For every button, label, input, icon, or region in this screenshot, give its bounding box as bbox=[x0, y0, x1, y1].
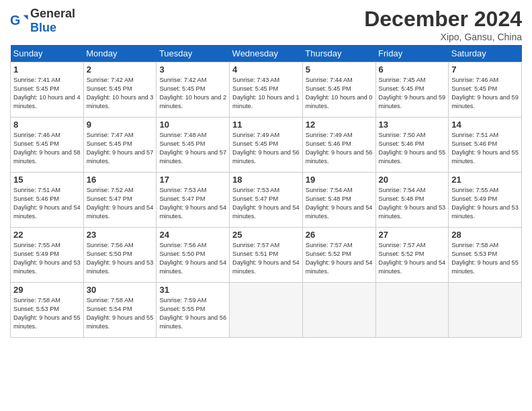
empty-cell bbox=[375, 283, 449, 338]
day-21: 21 Sunrise: 7:55 AMSunset: 5:49 PMDaylig… bbox=[449, 173, 522, 228]
logo-icon: G bbox=[10, 11, 29, 30]
day-26: 26 Sunrise: 7:57 AMSunset: 5:52 PMDaylig… bbox=[302, 228, 375, 283]
table-row: 29 Sunrise: 7:58 AMSunset: 5:53 PMDaylig… bbox=[11, 283, 522, 338]
day-19: 19 Sunrise: 7:54 AMSunset: 5:48 PMDaylig… bbox=[302, 173, 375, 228]
header-thursday: Thursday bbox=[302, 45, 375, 62]
empty-cell bbox=[302, 283, 375, 338]
day-1: 1 Sunrise: 7:41 AMSunset: 5:45 PMDayligh… bbox=[11, 62, 84, 118]
empty-cell bbox=[230, 283, 303, 338]
day-8: 8 Sunrise: 7:46 AMSunset: 5:45 PMDayligh… bbox=[11, 118, 84, 173]
table-row: 22 Sunrise: 7:55 AMSunset: 5:49 PMDaylig… bbox=[11, 228, 522, 283]
header-tuesday: Tuesday bbox=[157, 45, 230, 62]
header-sunday: Sunday bbox=[11, 45, 84, 62]
location-subtitle: Xipo, Gansu, China bbox=[364, 32, 522, 42]
logo-text-blue: Blue bbox=[30, 21, 56, 34]
day-14: 14 Sunrise: 7:51 AMSunset: 5:46 PMDaylig… bbox=[449, 118, 522, 173]
table-row: 15 Sunrise: 7:51 AMSunset: 5:46 PMDaylig… bbox=[11, 173, 522, 228]
logo: G General Blue bbox=[10, 7, 75, 35]
day-3: 3 Sunrise: 7:42 AMSunset: 5:45 PMDayligh… bbox=[157, 62, 230, 118]
day-4: 4 Sunrise: 7:43 AMSunset: 5:45 PMDayligh… bbox=[230, 62, 303, 118]
day-22: 22 Sunrise: 7:55 AMSunset: 5:49 PMDaylig… bbox=[11, 228, 84, 283]
day-27: 27 Sunrise: 7:57 AMSunset: 5:52 PMDaylig… bbox=[375, 228, 449, 283]
empty-cell bbox=[449, 283, 522, 338]
day-29: 29 Sunrise: 7:58 AMSunset: 5:53 PMDaylig… bbox=[11, 283, 84, 338]
day-9: 9 Sunrise: 7:47 AMSunset: 5:45 PMDayligh… bbox=[83, 118, 157, 173]
header-wednesday: Wednesday bbox=[230, 45, 303, 62]
calendar-body: 1 Sunrise: 7:41 AMSunset: 5:45 PMDayligh… bbox=[11, 62, 522, 338]
header-monday: Monday bbox=[83, 45, 157, 62]
day-20: 20 Sunrise: 7:54 AMSunset: 5:48 PMDaylig… bbox=[375, 173, 449, 228]
day-17: 17 Sunrise: 7:53 AMSunset: 5:47 PMDaylig… bbox=[157, 173, 230, 228]
day-2: 2 Sunrise: 7:42 AMSunset: 5:45 PMDayligh… bbox=[83, 62, 157, 118]
day-12: 12 Sunrise: 7:49 AMSunset: 5:46 PMDaylig… bbox=[302, 118, 375, 173]
weekday-header-row: Sunday Monday Tuesday Wednesday Thursday… bbox=[11, 45, 522, 62]
day-11: 11 Sunrise: 7:49 AMSunset: 5:45 PMDaylig… bbox=[230, 118, 303, 173]
day-13: 13 Sunrise: 7:50 AMSunset: 5:46 PMDaylig… bbox=[375, 118, 449, 173]
day-10: 10 Sunrise: 7:48 AMSunset: 5:45 PMDaylig… bbox=[157, 118, 230, 173]
day-6: 6 Sunrise: 7:45 AMSunset: 5:45 PMDayligh… bbox=[375, 62, 449, 118]
svg-text:G: G bbox=[10, 13, 20, 28]
table-row: 1 Sunrise: 7:41 AMSunset: 5:45 PMDayligh… bbox=[11, 62, 522, 118]
day-23: 23 Sunrise: 7:56 AMSunset: 5:50 PMDaylig… bbox=[83, 228, 157, 283]
logo-text-general: General bbox=[30, 7, 75, 20]
day-16: 16 Sunrise: 7:52 AMSunset: 5:47 PMDaylig… bbox=[83, 173, 157, 228]
day-15: 15 Sunrise: 7:51 AMSunset: 5:46 PMDaylig… bbox=[11, 173, 84, 228]
day-24: 24 Sunrise: 7:56 AMSunset: 5:50 PMDaylig… bbox=[157, 228, 230, 283]
month-title: December 2024 bbox=[364, 7, 522, 32]
page-container: G General Blue December 2024 Xipo, Gansu… bbox=[0, 0, 532, 345]
header-saturday: Saturday bbox=[449, 45, 522, 62]
header: G General Blue December 2024 Xipo, Gansu… bbox=[10, 7, 522, 42]
title-section: December 2024 Xipo, Gansu, China bbox=[364, 7, 522, 42]
calendar-table: Sunday Monday Tuesday Wednesday Thursday… bbox=[10, 45, 522, 338]
day-25: 25 Sunrise: 7:57 AMSunset: 5:51 PMDaylig… bbox=[230, 228, 303, 283]
table-row: 8 Sunrise: 7:46 AMSunset: 5:45 PMDayligh… bbox=[11, 118, 522, 173]
day-31: 31 Sunrise: 7:59 AMSunset: 5:55 PMDaylig… bbox=[157, 283, 230, 338]
svg-marker-1 bbox=[24, 15, 28, 20]
day-18: 18 Sunrise: 7:53 AMSunset: 5:47 PMDaylig… bbox=[230, 173, 303, 228]
day-28: 28 Sunrise: 7:58 AMSunset: 5:53 PMDaylig… bbox=[449, 228, 522, 283]
day-30: 30 Sunrise: 7:58 AMSunset: 5:54 PMDaylig… bbox=[83, 283, 157, 338]
day-5: 5 Sunrise: 7:44 AMSunset: 5:45 PMDayligh… bbox=[302, 62, 375, 118]
header-friday: Friday bbox=[375, 45, 449, 62]
day-7: 7 Sunrise: 7:46 AMSunset: 5:45 PMDayligh… bbox=[449, 62, 522, 118]
